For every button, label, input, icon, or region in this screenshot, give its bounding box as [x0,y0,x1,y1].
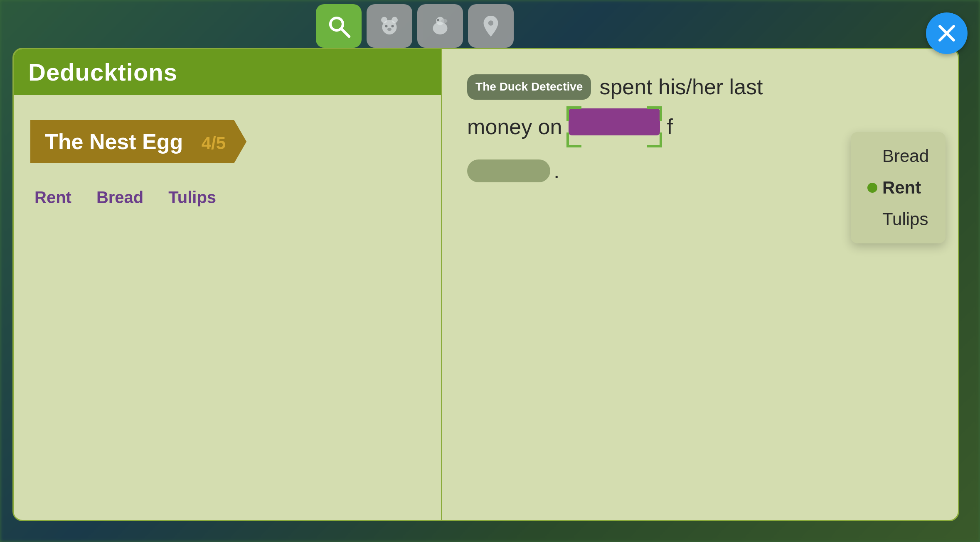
period: . [554,154,559,188]
tag-rent[interactable]: Rent [34,188,71,207]
book-container: Deducktions The Nest Egg 4/5 Rent Bread … [12,48,959,521]
second-blank[interactable] [467,159,550,182]
nav-search-button[interactable] [316,4,362,48]
nav-bear-button[interactable] [367,4,412,48]
tag-tulips[interactable]: Tulips [168,188,216,207]
dropdown-label-rent: Rent [882,178,921,198]
bracket-tl [566,106,581,121]
bracket-tr [647,106,662,121]
dropdown-label-tulips: Tulips [882,209,928,229]
close-button[interactable] [926,12,968,54]
answer-slot[interactable] [569,108,660,135]
dropdown-label-bread: Bread [882,146,929,166]
bracket-bl [566,132,581,147]
nav-location-button[interactable] [468,4,514,48]
sentence-part1: spent his/her last [599,70,763,104]
dropdown-item-bread[interactable]: Bread [855,140,941,172]
rent-selected-dot [867,183,877,193]
left-page: Deducktions The Nest Egg 4/5 Rent Bread … [12,48,442,521]
bracket-br [647,132,662,147]
answer-slot-container[interactable] [569,108,660,145]
chapter-progress: 4/5 [202,133,226,153]
sentence-part3: f [667,110,672,144]
dropdown-menu: Bread Rent Tulips [851,132,946,243]
svg-point-5 [385,25,388,27]
svg-point-7 [387,27,392,31]
chapter-banner: The Nest Egg 4/5 [30,120,246,163]
chapter-banner-body: The Nest Egg 4/5 [30,120,246,163]
dropdown-item-rent[interactable]: Rent [855,172,941,204]
svg-line-1 [342,29,350,37]
sentence-line1: The Duck Detective spent his/her last [467,70,937,104]
tag-bread[interactable]: Bread [96,188,143,207]
svg-point-10 [441,19,448,23]
svg-point-6 [392,25,394,27]
top-nav [316,4,514,48]
dropdown-item-tulips[interactable]: Tulips [855,204,941,235]
nav-duck-button[interactable] [417,4,463,48]
left-page-header: Deducktions [14,49,441,95]
page-title: Deducktions [28,59,177,86]
sentence-part2: money on [467,110,562,144]
svg-point-12 [488,20,494,26]
svg-point-4 [392,17,398,23]
left-page-content: The Nest Egg 4/5 Rent Bread Tulips [14,108,441,215]
chapter-tags: Rent Bread Tulips [30,188,424,207]
chapter-name: The Nest Egg [45,130,183,154]
svg-point-3 [381,17,387,23]
svg-point-11 [437,19,439,21]
right-page: The Duck Detective spent his/her last mo… [442,48,959,521]
duck-detective-badge: The Duck Detective [467,74,591,100]
